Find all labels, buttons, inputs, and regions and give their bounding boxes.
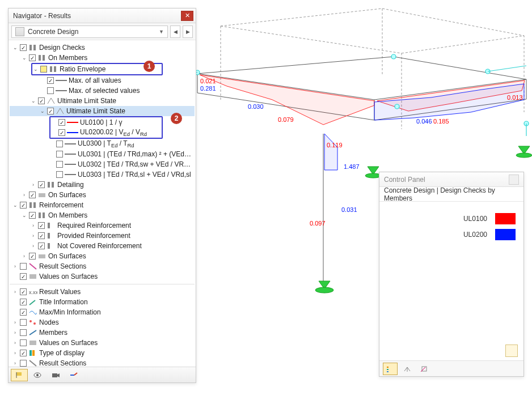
legend-icon [386,365,395,373]
scale-icon [403,365,412,373]
svg-rect-37 [39,212,41,218]
control-panel-footer [379,360,523,376]
svg-point-10 [315,287,333,293]
control-panel-title: Control Panel [384,176,425,184]
tree-maxmin[interactable]: Max/Min Information [10,307,195,317]
uls-icon [56,107,65,115]
tree-uls-inner[interactable]: ⌄Ultimate Limit State [10,106,195,116]
tree-max-selected[interactable]: Max. of selected values [10,86,195,96]
svg-point-54 [36,374,39,376]
legend-row: UL0200 [387,227,516,243]
svg-point-2 [391,54,396,59]
svg-text:0.031: 0.031 [341,206,357,213]
next-button[interactable]: ▶ [183,25,193,38]
svg-marker-11 [368,167,379,175]
tree-detailing[interactable]: ›Detailing [10,180,195,190]
checks-icon [28,44,37,52]
tree-on-surfaces-1[interactable]: ›On Surfaces [10,190,195,200]
svg-line-7 [488,66,526,71]
tree-title-info[interactable]: Title Information [10,297,195,307]
close-icon[interactable]: ✕ [181,11,193,21]
maxmin-icon [28,308,37,316]
tree-result-sections[interactable]: ›Result Sections [10,261,195,271]
tree-on-members[interactable]: ⌄On Members [10,53,195,63]
tree-notcovered-reinf[interactable]: ›Not Covered Reinforcement [10,241,195,251]
prev-button[interactable]: ◀ [170,25,180,38]
navigator-toolbar: Concrete Design ▼ ◀ ▶ [9,23,196,40]
design-type-combo[interactable]: Concrete Design ▼ [11,25,168,38]
tree-reinf-on-members[interactable]: ⌄On Members [10,210,195,220]
uls-icon [47,97,56,105]
filter-icon [420,365,429,373]
panel-options-icon[interactable] [509,175,519,185]
navigator-titlebar[interactable]: Navigator - Results ✕ [9,8,196,23]
svg-marker-56 [57,373,60,377]
tree-ul0301[interactable]: UL0301 | (TEd / TRd,max) ² + (VEd,r… [10,149,195,159]
tree-on-surfaces-2[interactable]: ›On Surfaces [10,251,195,261]
svg-rect-33 [52,182,54,188]
legend-settings-button[interactable] [505,345,518,357]
tree-required-reinf[interactable]: ›Required Reinforcement [10,220,195,231]
legend-swatch [495,213,516,224]
tab-views[interactable] [47,369,64,381]
tab-display[interactable] [29,369,46,381]
tree-values-on-surfaces[interactable]: Values on Surfaces [10,271,195,282]
legend-tab[interactable] [383,363,398,375]
legend-area: UL0100 UL0200 [379,202,523,360]
svg-point-5 [524,121,529,126]
svg-rect-35 [29,202,32,208]
members-line-icon [28,329,37,337]
svg-rect-63 [422,367,427,371]
svg-rect-42 [39,254,45,258]
svg-point-14 [516,153,532,158]
surfaces-icon [37,191,47,199]
tree-ul0302[interactable]: UL0302 | TEd / TRd,sw + VEd / VRd,… [10,159,195,169]
values-icon: x.xx [28,288,37,296]
svg-rect-36 [33,202,36,208]
tree-uls-group[interactable]: ⌄Ultimate Limit State [10,96,195,106]
navigator-panel: Navigator - Results ✕ Concrete Design ▼ … [8,8,196,383]
tree-ul0200[interactable]: UL0200.02 | VEd / VRd [50,127,162,138]
tree-reinforcement[interactable]: ⌄Reinforcement [10,200,195,210]
notcovered-icon [47,242,56,250]
filter-tab[interactable] [417,363,432,375]
tree-max-all[interactable]: Max. of all values [10,75,195,86]
control-panel-titlebar[interactable]: Control Panel [379,172,523,187]
detailing-icon [47,181,56,189]
tree-ratio-envelope[interactable]: ⌄Ratio Envelope [32,64,162,74]
scale-tab[interactable] [400,363,415,375]
tree-result-sections-2[interactable]: ›Result Sections [10,358,195,367]
title-icon [28,298,37,306]
svg-line-58 [74,373,77,375]
svg-point-45 [29,320,32,322]
tree-type-display[interactable]: ›Type of display [10,348,195,358]
legend-label: UL0100 [463,215,487,223]
tree-design-checks[interactable]: ⌄Design Checks [10,42,195,53]
section-icon [28,262,37,270]
svg-rect-30 [50,66,52,72]
svg-rect-48 [29,341,36,345]
svg-text:0.030: 0.030 [248,103,264,110]
tree-result-values[interactable]: ›x.xxResult Values [10,287,195,297]
surfaces-icon [37,252,47,260]
tree-provided-reinf[interactable]: ›Provided Reinforcement [10,231,195,241]
tree-ul0303[interactable]: UL0303 | TEd / TRd,sl + VEd / VRd,sl [10,169,195,180]
control-panel-subtitle: Concrete Design | Design Checks by Membe… [379,187,523,202]
svg-text:0.119: 0.119 [327,142,343,148]
tree-nodes[interactable]: ›Nodes [10,317,195,328]
tree-ul0300[interactable]: UL0300 | TEd / TRd [10,139,195,149]
svg-rect-50 [32,350,35,356]
tab-project[interactable] [11,369,28,381]
svg-rect-41 [48,243,50,249]
tree-vos2[interactable]: ›Values on Surfaces [10,338,195,348]
svg-text:0.046: 0.046 [416,118,432,125]
concrete-icon [15,27,24,36]
results-tree[interactable]: ⌄Design Checks ⌄On Members ⌄Ratio Envelo… [9,40,196,367]
tab-results[interactable] [65,369,82,381]
tree-members[interactable]: ›Members [10,328,195,338]
svg-rect-43 [29,274,36,279]
navigator-title: Navigator - Results [13,12,71,20]
vos-icon [28,339,37,347]
svg-text:0.079: 0.079 [278,116,294,123]
tree-ul0100[interactable]: UL0100 | 1 / γ [50,117,162,127]
